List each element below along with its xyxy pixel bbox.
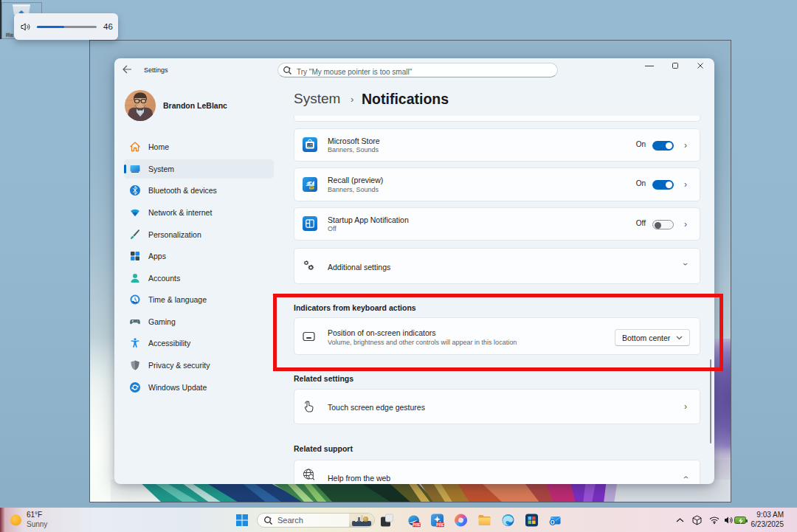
svg-text:PRE: PRE [413, 522, 421, 527]
svg-text:PRE: PRE [436, 522, 444, 527]
